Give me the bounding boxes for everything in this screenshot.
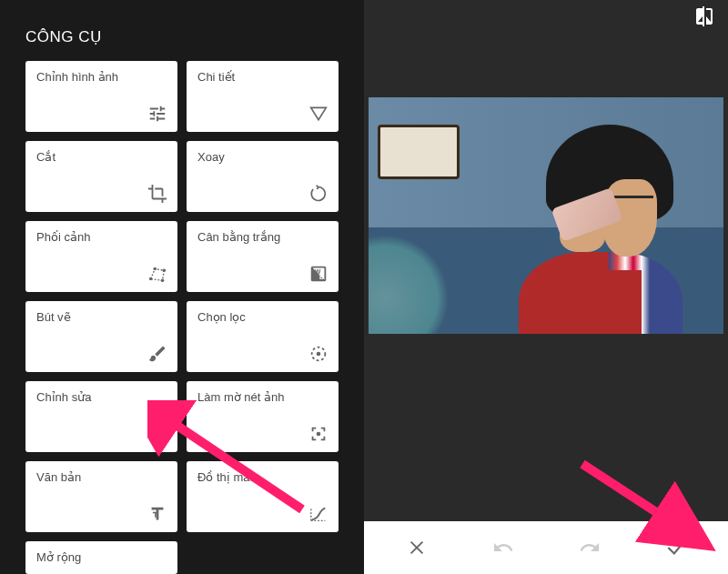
- photo-canvas[interactable]: [369, 97, 723, 334]
- undo-button[interactable]: [487, 531, 520, 564]
- details-icon: [308, 103, 329, 125]
- vignette-icon: [308, 423, 329, 445]
- text-icon: [147, 503, 168, 525]
- tool-brush[interactable]: Bút vẽ: [25, 301, 177, 372]
- redo-button[interactable]: [573, 531, 606, 564]
- tool-label: Cắt: [36, 150, 167, 164]
- tool-label: Chỉnh hình ảnh: [36, 70, 167, 84]
- tool-crop[interactable]: Cắt: [25, 141, 177, 212]
- tool-label: Chọn lọc: [197, 310, 328, 324]
- tool-tune-image[interactable]: Chỉnh hình ảnh: [25, 61, 177, 132]
- tool-vignette[interactable]: Làm mờ nét ảnh: [187, 381, 339, 452]
- brush-icon: [147, 343, 168, 365]
- white-balance-icon: WB: [308, 263, 329, 285]
- tool-details[interactable]: Chi tiết: [187, 61, 339, 132]
- panel-title: CÔNG CỤ: [0, 0, 364, 61]
- compare-icon[interactable]: [693, 5, 715, 31]
- svg-text:B: B: [319, 274, 324, 280]
- tool-text[interactable]: Văn bản: [25, 461, 177, 532]
- svg-point-9: [317, 432, 321, 437]
- rotate-icon: [308, 183, 329, 205]
- svg-point-8: [317, 352, 321, 357]
- tool-label: Cân bằng trắng: [197, 230, 328, 244]
- editor-top-bar: [364, 0, 728, 36]
- tool-label: Mở rộng: [36, 550, 167, 564]
- tool-perspective[interactable]: Phối cảnh: [25, 221, 177, 292]
- apply-button[interactable]: [660, 531, 693, 564]
- tool-curves[interactable]: Đồ thị màu: [187, 461, 339, 532]
- editor-panel: [364, 0, 728, 574]
- tune-icon: [147, 103, 168, 125]
- svg-point-0: [149, 277, 153, 281]
- editor-bottom-bar: [364, 521, 728, 574]
- curves-icon: [308, 503, 329, 525]
- svg-point-3: [161, 279, 165, 283]
- healing-icon: [147, 423, 168, 445]
- tool-selective[interactable]: Chọn lọc: [187, 301, 339, 372]
- tool-rotate[interactable]: Xoay: [187, 141, 339, 212]
- tool-label: Đồ thị màu: [197, 470, 328, 484]
- tool-label: Xoay: [197, 150, 328, 164]
- tool-label: Chi tiết: [197, 70, 328, 84]
- perspective-icon: [147, 263, 168, 285]
- tool-expand[interactable]: Mở rộng: [25, 541, 177, 574]
- svg-point-1: [153, 267, 157, 271]
- tool-label: Văn bản: [36, 470, 167, 484]
- tool-white-balance[interactable]: Cân bằng trắng WB: [187, 221, 339, 292]
- cancel-button[interactable]: [400, 531, 433, 564]
- tool-label: Chỉnh sửa: [36, 390, 167, 404]
- tool-label: Phối cảnh: [36, 230, 167, 244]
- tool-label: Làm mờ nét ảnh: [197, 390, 328, 404]
- image-canvas-area: [364, 36, 728, 521]
- crop-icon: [147, 183, 168, 205]
- tool-healing[interactable]: Chỉnh sửa: [25, 381, 177, 452]
- svg-point-2: [163, 269, 167, 273]
- selective-icon: [308, 343, 329, 365]
- tool-label: Bút vẽ: [36, 310, 167, 324]
- tools-panel: CÔNG CỤ Chỉnh hình ảnh Chi tiết Cắt Xoay: [0, 0, 364, 574]
- tool-grid: Chỉnh hình ảnh Chi tiết Cắt Xoay Phối cả: [0, 61, 364, 574]
